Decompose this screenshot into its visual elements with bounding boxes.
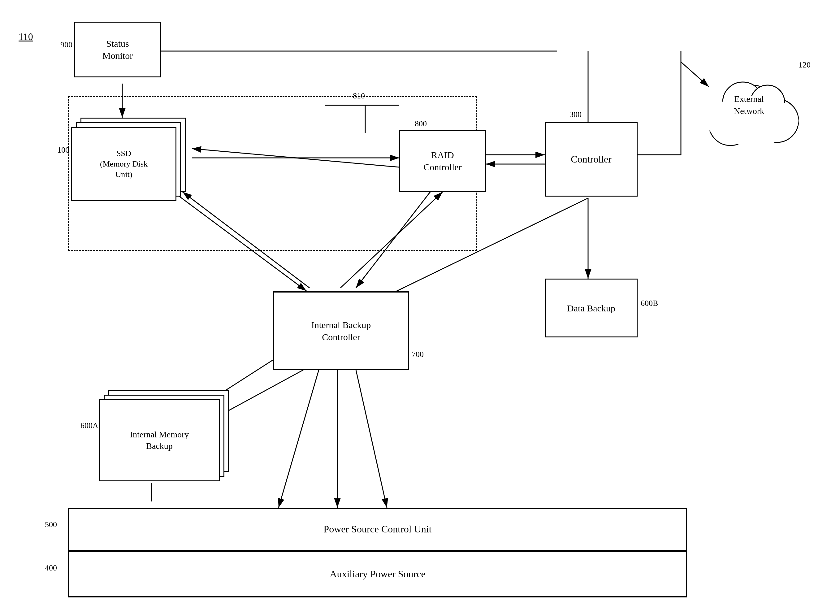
internal-backup-text: Internal BackupController <box>311 319 371 343</box>
external-network-text: ExternalNetwork <box>734 94 764 116</box>
power-source-number: 500 <box>45 520 57 529</box>
auxiliary-number: 400 <box>45 563 57 573</box>
auxiliary-power-box: Auxiliary Power Source <box>68 551 687 597</box>
status-monitor-number: 900 <box>60 40 72 50</box>
external-network-number: 120 <box>799 60 811 70</box>
internal-backup-controller-box: Internal BackupController <box>273 291 409 370</box>
bus-number: 810 <box>353 91 365 101</box>
system-number-label: 110 <box>19 31 33 43</box>
data-backup-number: 600B <box>641 299 658 308</box>
internal-backup-number: 700 <box>412 350 424 359</box>
internal-memory-text: Internal MemoryBackup <box>130 429 189 452</box>
raid-controller-box: RAIDController <box>399 130 486 192</box>
data-backup-box: Data Backup <box>545 279 638 337</box>
power-source-text: Power Source Control Unit <box>323 523 431 536</box>
auxiliary-power-text: Auxiliary Power Source <box>330 568 425 581</box>
status-monitor-box: StatusMonitor <box>74 22 161 78</box>
svg-line-22 <box>356 370 387 507</box>
data-backup-text: Data Backup <box>567 302 615 314</box>
controller-number: 300 <box>569 110 582 119</box>
external-network-cloud: ExternalNetwork <box>690 62 808 155</box>
ssd-stacked: SSD(Memory DiskUnit) <box>71 117 186 198</box>
controller-box: Controller <box>545 122 638 197</box>
ssd-label-text: SSD(Memory DiskUnit) <box>100 148 148 179</box>
diagram-container: 110 StatusMonitor 900 SSD(Memory DiskUni… <box>0 0 840 616</box>
svg-line-23 <box>279 370 319 507</box>
status-monitor-label: StatusMonitor <box>103 37 133 62</box>
raid-label-text: RAIDController <box>424 149 462 173</box>
ssd-number: 100 <box>57 145 69 155</box>
internal-memory-stacked: Internal MemoryBackup <box>99 390 232 480</box>
raid-number: 800 <box>415 119 427 129</box>
power-source-box: Power Source Control Unit <box>68 507 687 551</box>
controller-label-text: Controller <box>571 153 611 166</box>
internal-memory-number: 600A <box>81 421 98 430</box>
